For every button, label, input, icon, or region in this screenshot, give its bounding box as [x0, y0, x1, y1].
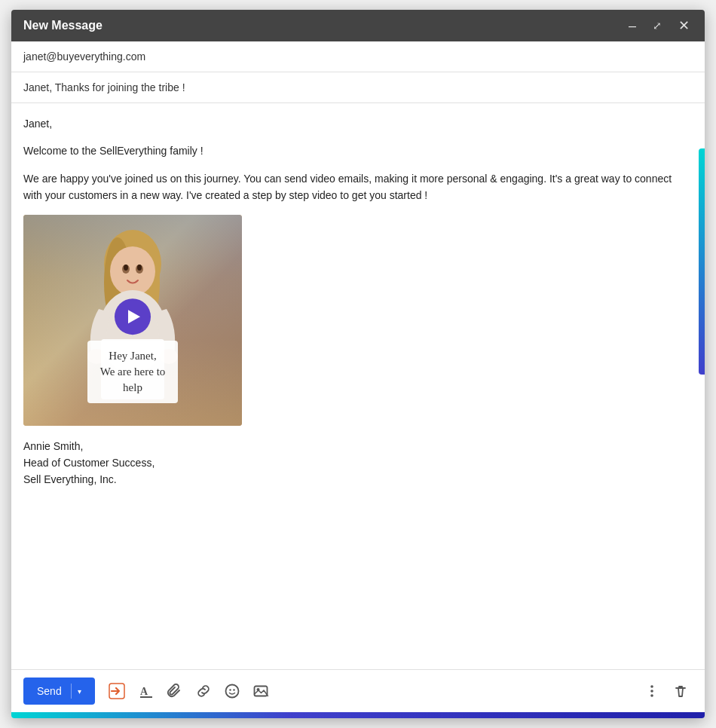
- emoji-button[interactable]: [220, 679, 244, 703]
- bottom-accent-bar: [11, 712, 705, 718]
- to-field[interactable]: janet@buyeverything.com: [11, 41, 705, 72]
- compose-header: New Message – ⤢ ✕: [11, 10, 705, 41]
- close-button[interactable]: ✕: [675, 17, 693, 34]
- image-button[interactable]: [249, 679, 273, 703]
- signature-block: Annie Smith, Head of Customer Success, S…: [23, 438, 693, 488]
- greeting: Janet,: [23, 115, 693, 132]
- subject-text: Janet, Thanks for joining the tribe !: [23, 81, 185, 93]
- link-button[interactable]: [191, 679, 216, 703]
- svg-point-16: [225, 685, 238, 698]
- signature-company: Sell Everything, Inc.: [23, 471, 693, 488]
- email-body[interactable]: Janet, Welcome to the SellEverything fam…: [11, 103, 705, 669]
- svg-rect-19: [254, 687, 267, 696]
- image-icon: [253, 684, 268, 699]
- attachment-button[interactable]: [163, 679, 187, 703]
- svg-point-7: [124, 265, 128, 271]
- compose-window: New Message – ⤢ ✕ janet@buyeverything.co…: [11, 10, 705, 718]
- expand-button[interactable]: ⤢: [650, 19, 665, 32]
- right-accent-bar: [699, 148, 705, 375]
- send-format-icon: [109, 683, 125, 699]
- header-actions: – ⤢ ✕: [626, 17, 693, 34]
- signature-name: Annie Smith,: [23, 438, 693, 454]
- send-dropdown-arrow: ▾: [75, 687, 81, 696]
- text-format-icon: A: [139, 684, 154, 699]
- more-icon: [644, 684, 659, 699]
- sign-text: Hey Janet, We are here to help: [87, 341, 178, 403]
- send-divider: [71, 684, 72, 699]
- para2: We are happy you've joined us on this jo…: [23, 170, 693, 204]
- send-label: Send: [37, 685, 68, 697]
- emoji-icon: [225, 684, 240, 699]
- svg-point-4: [110, 246, 155, 296]
- thumbnail-bg: Hey Janet, We are here to help: [23, 215, 242, 426]
- compose-toolbar: Send ▾ A: [11, 669, 705, 712]
- video-thumbnail[interactable]: Hey Janet, We are here to help: [23, 215, 242, 426]
- para1: Welcome to the SellEverything family !: [23, 142, 693, 159]
- to-email: janet@buyeverything.com: [23, 50, 145, 63]
- play-button[interactable]: [115, 298, 151, 335]
- window-title: New Message: [23, 19, 103, 32]
- svg-point-18: [233, 689, 234, 690]
- more-options-button[interactable]: [640, 679, 664, 703]
- minimize-button[interactable]: –: [626, 17, 639, 34]
- subject-field[interactable]: Janet, Thanks for joining the tribe !: [11, 72, 705, 103]
- svg-point-22: [650, 690, 653, 693]
- svg-point-17: [229, 689, 231, 690]
- link-icon: [196, 684, 211, 699]
- text-format-button[interactable]: A: [134, 679, 158, 703]
- svg-point-8: [137, 265, 142, 271]
- svg-point-21: [650, 685, 653, 688]
- svg-text:A: A: [140, 686, 148, 697]
- attachment-icon: [167, 684, 182, 699]
- delete-button[interactable]: [669, 679, 693, 703]
- svg-point-23: [650, 694, 653, 697]
- send-button[interactable]: Send ▾: [23, 678, 95, 705]
- delete-icon: [673, 684, 688, 699]
- signature-title: Head of Customer Success,: [23, 454, 693, 471]
- formatting-button[interactable]: [104, 678, 130, 704]
